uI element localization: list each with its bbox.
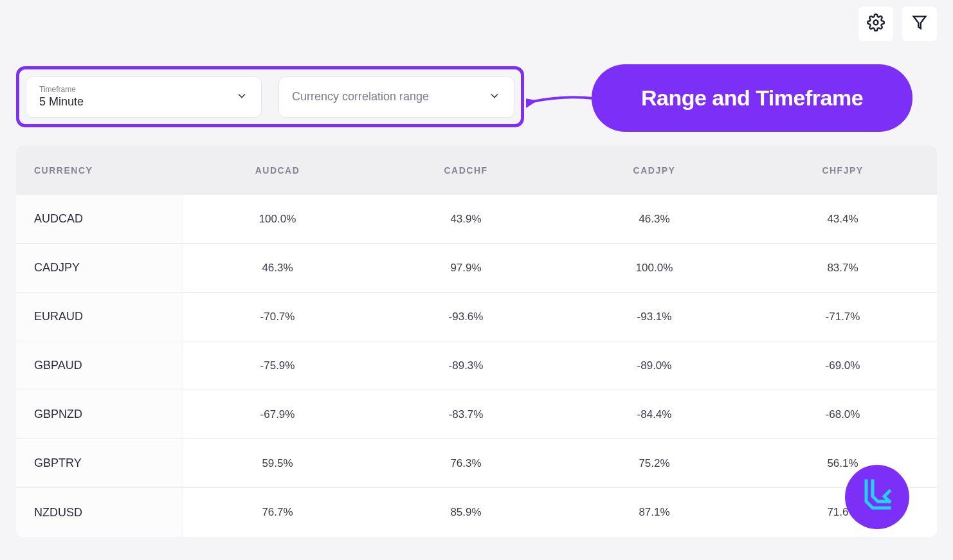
table-row: NZDUSD 76.7% 85.9% 87.1% 71.6% (16, 488, 937, 537)
table-row: GBPTRY 59.5% 76.3% 75.2% 56.1% (16, 439, 937, 488)
cell-value: 71.6% (749, 506, 937, 519)
cell-value: -93.6% (372, 311, 560, 323)
controls-highlight: Timeframe 5 Minute Currency correlation … (16, 66, 524, 127)
cell-value: -69.0% (749, 359, 937, 372)
chevron-down-icon (235, 89, 248, 105)
timeframe-value: 5 Minute (39, 95, 84, 109)
callout-text: Range and Timeframe (641, 86, 863, 111)
table-row: EURAUD -70.7% -93.6% -93.1% -71.7% (16, 293, 937, 341)
table-row: GBPNZD -67.9% -83.7% -84.4% -68.0% (16, 390, 937, 439)
cell-value: 46.3% (183, 262, 372, 275)
chevron-down-icon (488, 89, 501, 105)
header-col: CHFJPY (749, 165, 937, 176)
row-currency: GBPNZD (16, 390, 183, 438)
cell-value: -83.7% (372, 408, 560, 421)
cell-value: -67.9% (183, 408, 372, 421)
cell-value: 85.9% (372, 506, 560, 519)
timeframe-label: Timeframe (39, 85, 76, 94)
cell-value: -84.4% (560, 408, 749, 421)
cell-value: 83.7% (749, 262, 937, 275)
timeframe-dropdown[interactable]: Timeframe 5 Minute (26, 77, 262, 118)
cell-value: 43.9% (372, 213, 560, 226)
table-row: CADJPY 46.3% 97.9% 100.0% 83.7% (16, 244, 937, 293)
cell-value: 56.1% (749, 457, 937, 470)
filter-icon (911, 14, 929, 34)
row-currency: AUDCAD (16, 195, 183, 243)
cell-value: 75.2% (560, 457, 749, 470)
correlation-table: CURRENCY AUDCAD CADCHF CADJPY CHFJPY AUD… (16, 146, 937, 537)
row-currency: GBPAUD (16, 341, 183, 390)
cell-value: -89.3% (372, 359, 560, 372)
table-row: AUDCAD 100.0% 43.9% 46.3% 43.4% (16, 195, 937, 244)
correlation-range-dropdown[interactable]: Currency correlation range (278, 77, 514, 118)
table-header-row: CURRENCY AUDCAD CADCHF CADJPY CHFJPY (16, 146, 937, 195)
correlation-placeholder: Currency correlation range (292, 90, 429, 104)
cell-value: 43.4% (749, 213, 937, 226)
cell-value: 46.3% (560, 213, 749, 226)
cell-value: 87.1% (560, 506, 749, 519)
cell-value: -70.7% (183, 311, 372, 323)
row-currency: NZDUSD (16, 488, 183, 537)
table-row: GBPAUD -75.9% -89.3% -89.0% -69.0% (16, 341, 937, 390)
callout-arrow (526, 89, 597, 114)
settings-button[interactable] (858, 6, 893, 41)
brand-logo-icon (858, 477, 896, 517)
cell-value: 76.3% (372, 457, 560, 470)
cell-value: 100.0% (183, 213, 372, 226)
header-col: CADCHF (372, 165, 560, 176)
cell-value: 97.9% (372, 262, 560, 275)
row-currency: EURAUD (16, 293, 183, 341)
cell-value: -93.1% (560, 311, 749, 323)
cell-value: -75.9% (183, 359, 372, 372)
cell-value: 59.5% (183, 457, 372, 470)
cell-value: -89.0% (560, 359, 749, 372)
header-currency: CURRENCY (16, 165, 183, 176)
gear-icon (867, 14, 885, 34)
header-col: CADJPY (560, 165, 749, 176)
header-col: AUDCAD (183, 165, 372, 176)
svg-point-0 (874, 21, 878, 25)
row-currency: CADJPY (16, 244, 183, 292)
callout-bubble: Range and Timeframe (592, 64, 912, 132)
cell-value: 76.7% (183, 506, 372, 519)
cell-value: -71.7% (749, 311, 937, 323)
row-currency: GBPTRY (16, 439, 183, 487)
cell-value: -68.0% (749, 408, 937, 421)
cell-value: 100.0% (560, 262, 749, 275)
brand-logo-button[interactable] (845, 465, 909, 529)
filter-button[interactable] (902, 6, 937, 41)
